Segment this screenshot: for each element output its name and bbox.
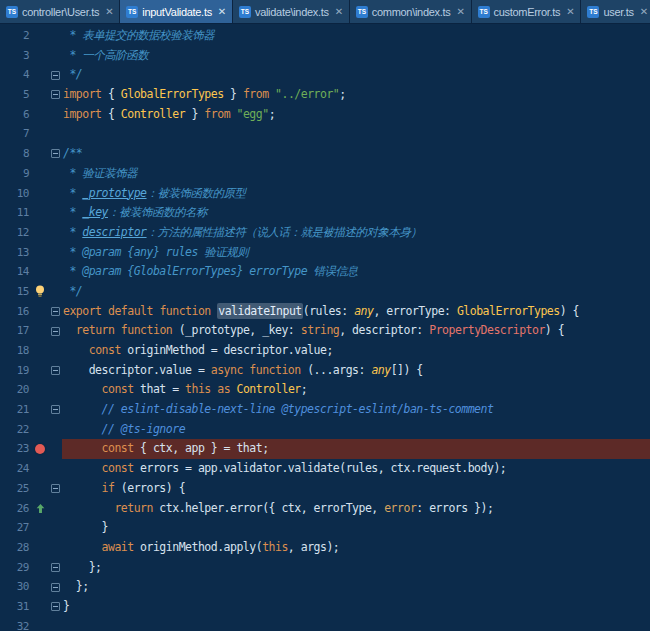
fold-marker-icon[interactable]: [48, 302, 62, 322]
line-number[interactable]: 12: [0, 223, 32, 243]
code-line: 14 * @param {GlobalErrorTypes} errorType…: [0, 262, 650, 282]
line-number[interactable]: 13: [0, 243, 32, 263]
tab-close-icon[interactable]: ✕: [218, 6, 226, 17]
code-text: // eslint-disable-next-line @typescript-…: [62, 400, 650, 420]
token-pln: }: [63, 599, 69, 613]
gutter-space: [32, 223, 48, 243]
line-number[interactable]: 24: [0, 459, 32, 479]
editor-tab[interactable]: TScommon\index.ts✕: [350, 0, 472, 23]
code-line: 21 // eslint-disable-next-line @typescri…: [0, 400, 650, 420]
code-text: }: [62, 597, 650, 617]
line-number[interactable]: 5: [0, 85, 32, 105]
line-number[interactable]: 7: [0, 124, 32, 144]
line-number[interactable]: 16: [0, 302, 32, 322]
line-number[interactable]: 27: [0, 518, 32, 538]
fold-marker-icon[interactable]: [48, 577, 62, 597]
code-area[interactable]: 2 * 表单提交的数据校验装饰器3 * 一个高阶函数4 */5import { …: [0, 24, 650, 631]
gutter-space: [32, 26, 48, 46]
fold-marker-icon[interactable]: [48, 85, 62, 105]
token-kw: const: [89, 343, 121, 357]
tab-close-icon[interactable]: ✕: [335, 6, 343, 17]
line-number[interactable]: 28: [0, 538, 32, 558]
gutter-space: [32, 262, 48, 282]
code-line: 11 * _key：被装饰函数的名称: [0, 203, 650, 223]
gutter-space: [32, 164, 48, 184]
line-number[interactable]: 23: [0, 439, 32, 459]
code-line: 15 */: [0, 282, 650, 302]
line-number[interactable]: 30: [0, 577, 32, 597]
fold-marker-icon[interactable]: [48, 361, 62, 381]
token-cmt: // @ts-ignore: [102, 422, 186, 436]
fold-marker-icon[interactable]: [48, 65, 62, 85]
token-docu: descriptor: [82, 225, 146, 239]
code-text: */: [62, 282, 650, 302]
tab-close-icon[interactable]: ✕: [105, 6, 113, 17]
editor-tab[interactable]: TSuser.ts✕: [581, 0, 650, 23]
code-text: */: [62, 65, 650, 85]
line-number[interactable]: 22: [0, 420, 32, 440]
fold-marker-icon[interactable]: [48, 479, 62, 499]
editor-tab[interactable]: TSvalidate\index.ts✕: [233, 0, 350, 23]
line-number[interactable]: 18: [0, 341, 32, 361]
code-text: * _key：被装饰函数的名称: [62, 203, 650, 223]
line-number[interactable]: 3: [0, 46, 32, 66]
line-number[interactable]: 20: [0, 380, 32, 400]
code-text: await originMethod.apply(this, args);: [62, 538, 650, 558]
fold-marker-icon[interactable]: [48, 597, 62, 617]
token-kw: function: [249, 363, 300, 377]
token-pln: }: [185, 107, 204, 121]
editor-tab[interactable]: TSinputValidate.ts✕: [120, 0, 233, 23]
intention-bulb-icon[interactable]: [32, 282, 48, 302]
tab-close-icon[interactable]: ✕: [456, 6, 464, 17]
token-pln: [63, 540, 102, 554]
line-number[interactable]: 4: [0, 65, 32, 85]
editor-tab[interactable]: TScustomError.ts✕: [472, 0, 582, 23]
code-line: 18 const originMethod = descriptor.value…: [0, 341, 650, 361]
fold-marker-icon[interactable]: [48, 558, 62, 578]
fold-marker-icon[interactable]: [48, 144, 62, 164]
fold-marker-icon[interactable]: [48, 400, 62, 420]
code-text: /**: [62, 144, 650, 164]
fold-space: [48, 518, 62, 538]
code-text: descriptor.value = async function (...ar…: [62, 361, 650, 381]
line-number[interactable]: 21: [0, 400, 32, 420]
line-number[interactable]: 26: [0, 499, 32, 519]
line-number[interactable]: 11: [0, 203, 32, 223]
code-line: 19 descriptor.value = async function (..…: [0, 361, 650, 381]
line-number[interactable]: 25: [0, 479, 32, 499]
line-number[interactable]: 17: [0, 321, 32, 341]
line-number[interactable]: 9: [0, 164, 32, 184]
line-number[interactable]: 15: [0, 282, 32, 302]
line-number[interactable]: 14: [0, 262, 32, 282]
line-number[interactable]: 29: [0, 558, 32, 578]
token-pln: [63, 481, 102, 495]
token-kw: import: [63, 87, 102, 101]
editor-tab[interactable]: TScontroller\User.ts✕: [0, 0, 120, 23]
navigate-arrow-icon[interactable]: [32, 499, 48, 519]
fold-marker-icon[interactable]: [48, 321, 62, 341]
fold-space: [48, 46, 62, 66]
code-line: 31}: [0, 597, 650, 617]
tab-label: validate\index.ts: [255, 6, 329, 18]
code-line: 4 */: [0, 65, 650, 85]
token-doc: * @param {any} rules 验证规则: [63, 245, 248, 259]
token-pln: [63, 323, 76, 337]
line-number[interactable]: 6: [0, 105, 32, 125]
token-docu: _key: [82, 205, 108, 219]
breakpoint-icon[interactable]: [32, 439, 48, 459]
token-kw: string: [301, 323, 340, 337]
line-number[interactable]: 19: [0, 361, 32, 381]
line-number[interactable]: 32: [0, 617, 32, 631]
tab-close-icon[interactable]: ✕: [566, 6, 574, 17]
line-number[interactable]: 10: [0, 184, 32, 204]
code-line: 32: [0, 617, 650, 631]
code-text: const errors = app.validator.validate(ru…: [62, 459, 650, 479]
line-number[interactable]: 2: [0, 26, 32, 46]
line-number[interactable]: 8: [0, 144, 32, 164]
code-line: 16export default function validateInput(…: [0, 302, 650, 322]
tab-close-icon[interactable]: ✕: [640, 6, 648, 17]
code-text: * @param {any} rules 验证规则: [62, 243, 650, 263]
line-number[interactable]: 31: [0, 597, 32, 617]
token-pln: ;: [269, 107, 275, 121]
tab-label: common\index.ts: [372, 6, 451, 18]
